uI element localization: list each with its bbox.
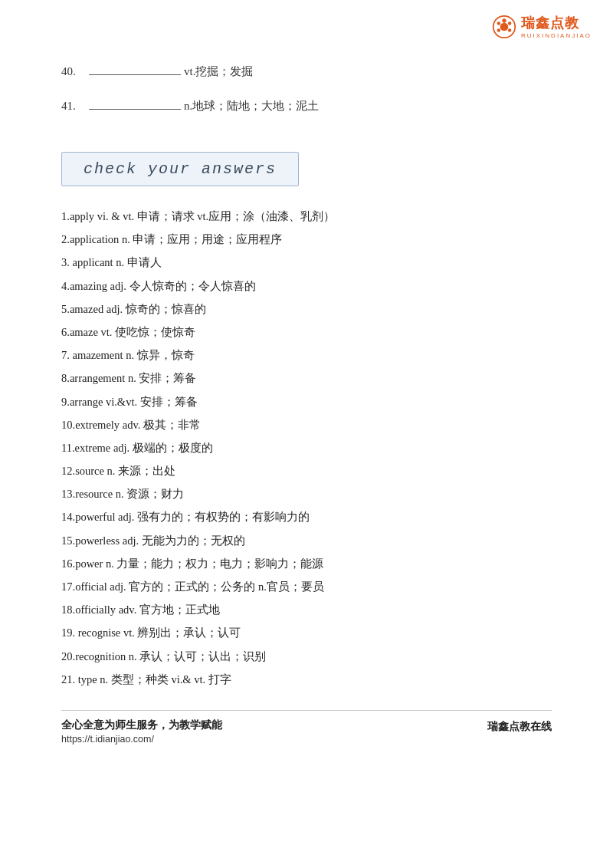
check-answers-text: check your answers xyxy=(84,160,277,178)
answer-item: 21. type n. 类型；种类 vi.& vt. 打字 xyxy=(61,671,552,689)
svg-point-2 xyxy=(502,18,506,22)
fill-number-41: 41. xyxy=(61,100,89,113)
answer-item: 20.recognition n. 承认；认可；认出；识别 xyxy=(61,648,552,666)
logo-icon xyxy=(492,15,516,39)
footer-slogan: 全心全意为师生服务，为教学赋能 xyxy=(61,718,222,732)
footer-url: https://t.idianjiao.com/ xyxy=(61,734,222,745)
answer-item: 9.arrange vi.&vt. 安排；筹备 xyxy=(61,393,552,411)
logo-text-block: 瑞鑫点教 RUIXINDIANJIAO xyxy=(521,14,592,39)
svg-point-6 xyxy=(497,21,500,25)
answer-item: 18.officially adv. 官方地；正式地 xyxy=(61,601,552,619)
footer-brand: 瑞鑫点教在线 xyxy=(487,718,552,734)
answer-item: 14.powerful adj. 强有力的；有权势的；有影响力的 xyxy=(61,508,552,526)
logo-main-text: 瑞鑫点教 xyxy=(521,14,579,32)
fill-number-40: 40. xyxy=(61,65,89,78)
answer-item: 12.source n. 来源；出处 xyxy=(61,462,552,480)
page-container: 瑞鑫点教 RUIXINDIANJIAO 40. vt.挖掘；发掘 41. n.地… xyxy=(0,0,613,868)
svg-point-5 xyxy=(508,28,511,31)
answer-item: 13.resource n. 资源；财力 xyxy=(61,485,552,503)
fill-item-41: 41. n.地球；陆地；大地；泥土 xyxy=(61,96,552,113)
answer-list: 1.apply vi. & vt. 申请；请求 vt.应用；涂（油漆、乳剂）2.… xyxy=(61,208,552,689)
answer-item: 6.amaze vt. 使吃惊；使惊奇 xyxy=(61,324,552,341)
answer-item: 4.amazing adj. 令人惊奇的；令人惊喜的 xyxy=(61,278,552,295)
answer-item: 7. amazement n. 惊异，惊奇 xyxy=(61,347,552,364)
svg-point-7 xyxy=(497,28,500,31)
answer-item: 15.powerless adj. 无能为力的；无权的 xyxy=(61,532,552,550)
check-answers-box: check your answers xyxy=(61,152,299,186)
answer-item: 8.arrangement n. 安排；筹备 xyxy=(61,370,552,387)
answer-item: 17.official adj. 官方的；正式的；公务的 n.官员；要员 xyxy=(61,578,552,596)
footer: 全心全意为师生服务，为教学赋能 https://t.idianjiao.com/… xyxy=(61,710,552,745)
answer-item: 11.extreme adj. 极端的；极度的 xyxy=(61,439,552,457)
answer-item: 2.application n. 申请；应用；用途；应用程序 xyxy=(61,231,552,248)
answer-item: 10.extremely adv. 极其；非常 xyxy=(61,416,552,434)
answer-item: 16.power n. 力量；能力；权力；电力；影响力；能源 xyxy=(61,555,552,573)
fill-definition-41: n.地球；陆地；大地；泥土 xyxy=(184,99,319,113)
logo-sub-text: RUIXINDIANJIAO xyxy=(521,32,592,39)
answer-item: 1.apply vi. & vt. 申请；请求 vt.应用；涂（油漆、乳剂） xyxy=(61,208,552,225)
content-area: 40. vt.挖掘；发掘 41. n.地球；陆地；大地；泥土 check you… xyxy=(61,61,552,689)
answer-item: 19. recognise vt. 辨别出；承认；认可 xyxy=(61,624,552,642)
answer-item: 5.amazed adj. 惊奇的；惊喜的 xyxy=(61,301,552,318)
fill-blank-41 xyxy=(89,96,181,110)
logo-area: 瑞鑫点教 RUIXINDIANJIAO xyxy=(492,14,592,39)
fill-item-40: 40. vt.挖掘；发掘 xyxy=(61,61,552,79)
fill-blank-40 xyxy=(89,61,181,75)
svg-point-4 xyxy=(508,21,511,25)
answer-item: 3. applicant n. 申请人 xyxy=(61,254,552,271)
footer-left: 全心全意为师生服务，为教学赋能 https://t.idianjiao.com/ xyxy=(61,718,222,745)
fill-definition-40: vt.挖掘；发掘 xyxy=(184,64,253,79)
